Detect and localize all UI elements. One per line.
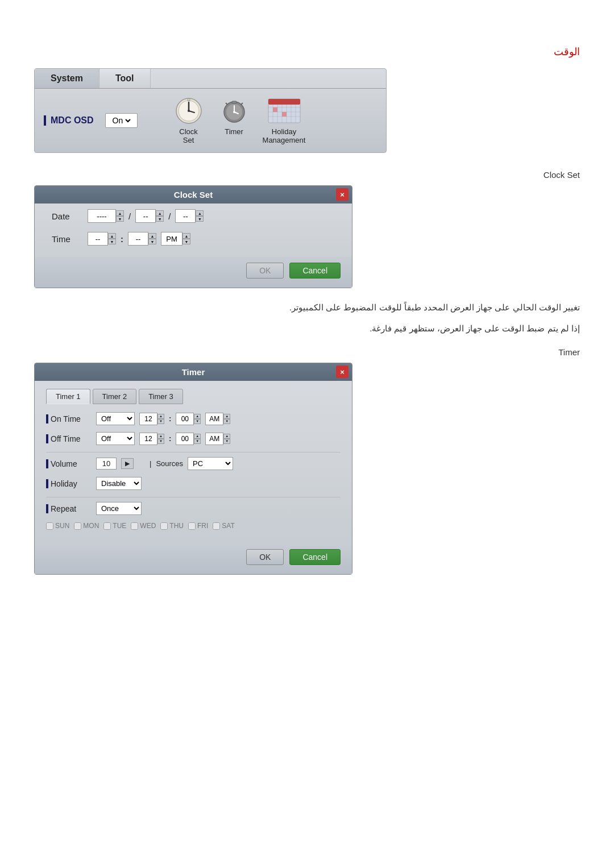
- year-spin-arrows[interactable]: ▲ ▼: [116, 210, 124, 222]
- day-thu-checkbox[interactable]: [160, 522, 168, 530]
- on-dropdown[interactable]: On Off: [105, 113, 138, 128]
- timer-dialog-footer: OK Cancel: [35, 543, 352, 574]
- off-min-arrows[interactable]: ▲ ▼: [194, 434, 201, 444]
- timer-dialog-title: Timer: [182, 367, 205, 377]
- off-ampm-up[interactable]: ▲: [223, 434, 230, 439]
- on-min-up[interactable]: ▲: [194, 414, 201, 419]
- day-fri-checkbox[interactable]: [188, 522, 196, 530]
- off-min-up[interactable]: ▲: [194, 434, 201, 439]
- repeat-select[interactable]: Once Daily Mon~Fri Mon~Sat Sat~Sun Manua…: [96, 502, 142, 515]
- tab-system[interactable]: System: [35, 69, 99, 88]
- clock-cancel-button[interactable]: Cancel: [289, 263, 341, 279]
- on-min-input[interactable]: [176, 413, 194, 425]
- clock-set-icon-item[interactable]: 12 ClockSet: [172, 97, 206, 144]
- day-wed[interactable]: WED: [131, 522, 156, 530]
- off-hour-input[interactable]: [139, 433, 157, 445]
- off-hour-arrows[interactable]: ▲ ▼: [157, 434, 164, 444]
- off-min-down[interactable]: ▼: [194, 439, 201, 444]
- ampm-down[interactable]: ▼: [182, 239, 190, 244]
- on-ampm-up[interactable]: ▲: [223, 414, 230, 419]
- day-mon[interactable]: MON: [74, 522, 99, 530]
- ampm-up[interactable]: ▲: [182, 233, 190, 239]
- ampm-input[interactable]: [161, 232, 182, 246]
- on-ampm-down[interactable]: ▼: [223, 419, 230, 424]
- off-min-input[interactable]: [176, 433, 194, 445]
- on-select[interactable]: On Off: [110, 115, 132, 126]
- volume-display: 10: [96, 458, 117, 470]
- day-down[interactable]: ▼: [196, 216, 204, 222]
- off-hour-up[interactable]: ▲: [157, 434, 164, 439]
- day-sun[interactable]: SUN: [46, 522, 69, 530]
- on-hour-arrows[interactable]: ▲ ▼: [157, 414, 164, 424]
- clock-set-rows: Date ▲ ▼ / ▲ ▼ /: [35, 203, 352, 246]
- holiday-icon-item[interactable]: HolidayManagement: [263, 97, 306, 144]
- timer-cancel-button[interactable]: Cancel: [289, 549, 341, 565]
- timer-tab-2[interactable]: Timer 2: [93, 389, 137, 404]
- day-fri[interactable]: FRI: [188, 522, 208, 530]
- tab-tool[interactable]: Tool: [99, 69, 151, 88]
- year-down[interactable]: ▼: [116, 216, 124, 222]
- day-input[interactable]: [175, 209, 196, 223]
- timer-close-button[interactable]: ×: [336, 366, 349, 378]
- on-hour-input[interactable]: [139, 413, 157, 425]
- day-sat[interactable]: SAT: [213, 522, 234, 530]
- day-thu[interactable]: THU: [160, 522, 184, 530]
- on-min-down[interactable]: ▼: [194, 419, 201, 424]
- off-hour-spinner: ▲ ▼: [139, 433, 164, 445]
- year-up[interactable]: ▲: [116, 210, 124, 216]
- timer-ok-button[interactable]: OK: [246, 549, 284, 565]
- timer-tab-1[interactable]: Timer 1: [46, 389, 90, 404]
- off-hour-down[interactable]: ▼: [157, 439, 164, 444]
- on-ampm-input[interactable]: [205, 413, 223, 425]
- svg-line-13: [226, 103, 227, 105]
- timer-icon-item[interactable]: Timer: [217, 97, 251, 144]
- day-sat-checkbox[interactable]: [213, 522, 220, 530]
- clock-set-close-button[interactable]: ×: [336, 188, 349, 201]
- off-time-select[interactable]: Off On: [96, 432, 135, 445]
- day-spin-arrows[interactable]: ▲ ▼: [196, 210, 204, 222]
- month-down[interactable]: ▼: [156, 216, 164, 222]
- off-ampm-input[interactable]: [205, 433, 223, 445]
- min-spinner: ▲ ▼: [128, 232, 156, 246]
- date-sep2: /: [168, 211, 171, 221]
- hour-down[interactable]: ▼: [108, 239, 116, 244]
- min-down[interactable]: ▼: [148, 239, 156, 244]
- off-ampm-down[interactable]: ▼: [223, 439, 230, 444]
- time-label: Time: [52, 234, 83, 244]
- clock-icon: 12: [175, 97, 203, 125]
- timer-tab-3[interactable]: Timer 3: [139, 389, 183, 404]
- on-time-select[interactable]: Off On: [96, 412, 135, 425]
- off-ampm-arrows[interactable]: ▲ ▼: [223, 434, 230, 444]
- holiday-icon: [267, 97, 301, 125]
- on-ampm-arrows[interactable]: ▲ ▼: [223, 414, 230, 424]
- day-tue-checkbox[interactable]: [103, 522, 111, 530]
- holiday-select[interactable]: Disable Enable: [96, 477, 142, 490]
- mdc-bar-icon: [44, 115, 46, 126]
- min-input[interactable]: [128, 232, 148, 246]
- svg-rect-15: [268, 99, 300, 105]
- holiday-label: HolidayManagement: [263, 127, 306, 144]
- month-up[interactable]: ▲: [156, 210, 164, 216]
- day-wed-checkbox[interactable]: [131, 522, 138, 530]
- on-min-arrows[interactable]: ▲ ▼: [194, 414, 201, 424]
- min-spin-arrows[interactable]: ▲ ▼: [148, 233, 156, 244]
- day-mon-checkbox[interactable]: [74, 522, 81, 530]
- on-hour-up[interactable]: ▲: [157, 414, 164, 419]
- sources-select[interactable]: PC HDMI DVI: [188, 457, 233, 470]
- hour-input[interactable]: [88, 232, 108, 246]
- min-up[interactable]: ▲: [148, 233, 156, 239]
- volume-right-arrow[interactable]: ▶: [121, 458, 134, 469]
- volume-text: Volume: [51, 459, 77, 468]
- day-up[interactable]: ▲: [196, 210, 204, 216]
- day-sun-checkbox[interactable]: [46, 522, 53, 530]
- day-tue[interactable]: TUE: [103, 522, 126, 530]
- ampm-spin-arrows[interactable]: ▲ ▼: [182, 233, 190, 244]
- on-hour-down[interactable]: ▼: [157, 419, 164, 424]
- month-input[interactable]: [135, 209, 156, 223]
- year-input[interactable]: [88, 209, 116, 223]
- month-spin-arrows[interactable]: ▲ ▼: [156, 210, 164, 222]
- hour-spin-arrows[interactable]: ▲ ▼: [108, 233, 116, 244]
- hour-up[interactable]: ▲: [108, 233, 116, 239]
- clock-ok-button[interactable]: OK: [246, 263, 284, 279]
- system-body: MDC OSD On Off: [35, 89, 386, 152]
